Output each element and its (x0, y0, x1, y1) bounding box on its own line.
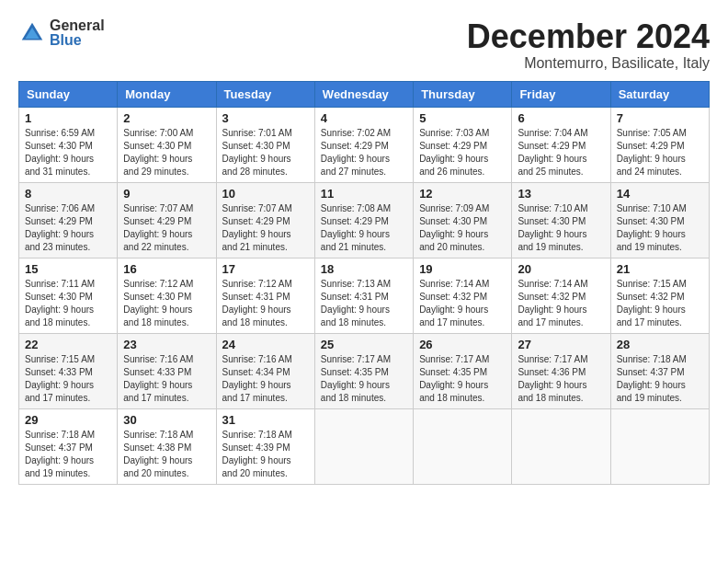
day-cell-22: 22 Sunrise: 7:15 AMSunset: 4:33 PMDaylig… (19, 333, 118, 408)
day-cell-14: 14 Sunrise: 7:10 AMSunset: 4:30 PMDaylig… (610, 182, 709, 258)
day-number: 10 (222, 187, 309, 201)
day-cell-4: 4 Sunrise: 7:02 AMSunset: 4:29 PMDayligh… (314, 107, 413, 182)
day-cell-1: 1 Sunrise: 6:59 AMSunset: 4:30 PMDayligh… (19, 107, 118, 182)
day-info: Sunrise: 7:03 AMSunset: 4:29 PMDaylight:… (419, 128, 489, 177)
week-row-5: 29 Sunrise: 7:18 AMSunset: 4:37 PMDaylig… (19, 408, 710, 484)
day-number: 25 (321, 338, 407, 351)
day-info: Sunrise: 7:18 AMSunset: 4:38 PMDaylight:… (123, 430, 193, 478)
day-number: 4 (321, 111, 407, 125)
day-info: Sunrise: 7:05 AMSunset: 4:29 PMDaylight:… (617, 128, 687, 177)
day-number: 9 (123, 187, 210, 201)
day-info: Sunrise: 7:16 AMSunset: 4:34 PMDaylight:… (222, 354, 292, 403)
day-number: 16 (123, 262, 210, 276)
page-header: General Blue December 2024 Montemurro, B… (18, 18, 710, 72)
day-number: 21 (617, 262, 703, 276)
day-info: Sunrise: 7:10 AMSunset: 4:30 PMDaylight:… (617, 203, 687, 252)
day-cell-3: 3 Sunrise: 7:01 AMSunset: 4:30 PMDayligh… (216, 107, 314, 182)
day-info: Sunrise: 7:18 AMSunset: 4:39 PMDaylight:… (222, 430, 292, 478)
header-wednesday: Wednesday (314, 81, 413, 107)
day-cell-30: 30 Sunrise: 7:18 AMSunset: 4:38 PMDaylig… (118, 408, 216, 484)
day-cell-29: 29 Sunrise: 7:18 AMSunset: 4:37 PMDaylig… (19, 408, 118, 484)
day-number: 28 (617, 338, 703, 351)
day-cell-18: 18 Sunrise: 7:13 AMSunset: 4:31 PMDaylig… (314, 258, 413, 333)
day-cell-15: 15 Sunrise: 7:11 AMSunset: 4:30 PMDaylig… (19, 258, 118, 333)
day-number: 6 (518, 111, 604, 125)
day-cell-6: 6 Sunrise: 7:04 AMSunset: 4:29 PMDayligh… (512, 107, 610, 182)
day-cell-12: 12 Sunrise: 7:09 AMSunset: 4:30 PMDaylig… (414, 182, 512, 258)
logo-icon (18, 19, 46, 47)
day-info: Sunrise: 7:12 AMSunset: 4:31 PMDaylight:… (222, 279, 292, 327)
day-cell-5: 5 Sunrise: 7:03 AMSunset: 4:29 PMDayligh… (414, 107, 512, 182)
day-number: 8 (25, 187, 111, 201)
day-number: 17 (222, 262, 309, 276)
day-info: Sunrise: 7:02 AMSunset: 4:29 PMDaylight:… (321, 128, 391, 177)
day-cell-9: 9 Sunrise: 7:07 AMSunset: 4:29 PMDayligh… (118, 182, 216, 258)
day-number: 30 (123, 413, 210, 427)
day-info: Sunrise: 7:07 AMSunset: 4:29 PMDaylight:… (222, 203, 292, 252)
day-info: Sunrise: 7:18 AMSunset: 4:37 PMDaylight:… (617, 354, 687, 403)
day-cell-21: 21 Sunrise: 7:15 AMSunset: 4:32 PMDaylig… (610, 258, 709, 333)
day-cell-31: 31 Sunrise: 7:18 AMSunset: 4:39 PMDaylig… (216, 408, 314, 484)
day-number: 5 (419, 111, 506, 125)
header-tuesday: Tuesday (216, 81, 314, 107)
header-sunday: Sunday (19, 81, 118, 107)
logo-text: General Blue (50, 18, 105, 48)
day-number: 1 (25, 111, 111, 125)
day-info: Sunrise: 7:15 AMSunset: 4:33 PMDaylight:… (25, 354, 95, 403)
logo: General Blue (18, 18, 105, 48)
location-subtitle: Montemurro, Basilicate, Italy (467, 55, 710, 72)
week-row-4: 22 Sunrise: 7:15 AMSunset: 4:33 PMDaylig… (19, 333, 710, 408)
header-thursday: Thursday (414, 81, 512, 107)
day-cell-11: 11 Sunrise: 7:08 AMSunset: 4:29 PMDaylig… (314, 182, 413, 258)
day-info: Sunrise: 7:16 AMSunset: 4:33 PMDaylight:… (123, 354, 193, 403)
day-info: Sunrise: 7:15 AMSunset: 4:32 PMDaylight:… (617, 279, 687, 327)
day-number: 7 (617, 111, 703, 125)
empty-cell (414, 408, 512, 484)
day-cell-24: 24 Sunrise: 7:16 AMSunset: 4:34 PMDaylig… (216, 333, 314, 408)
day-info: Sunrise: 7:01 AMSunset: 4:30 PMDaylight:… (222, 128, 292, 177)
day-info: Sunrise: 7:11 AMSunset: 4:30 PMDaylight:… (25, 279, 95, 327)
day-number: 29 (25, 413, 111, 427)
day-number: 20 (518, 262, 604, 276)
day-cell-23: 23 Sunrise: 7:16 AMSunset: 4:33 PMDaylig… (118, 333, 216, 408)
day-number: 27 (518, 338, 604, 351)
week-row-2: 8 Sunrise: 7:06 AMSunset: 4:29 PMDayligh… (19, 182, 710, 258)
day-info: Sunrise: 7:06 AMSunset: 4:29 PMDaylight:… (25, 203, 95, 252)
month-title: December 2024 (467, 18, 710, 55)
day-number: 19 (419, 262, 506, 276)
day-cell-2: 2 Sunrise: 7:00 AMSunset: 4:30 PMDayligh… (118, 107, 216, 182)
empty-cell (610, 408, 709, 484)
empty-cell (512, 408, 610, 484)
day-number: 31 (222, 413, 309, 427)
day-number: 18 (321, 262, 407, 276)
day-number: 2 (123, 111, 210, 125)
logo-blue: Blue (50, 33, 105, 48)
day-number: 15 (25, 262, 111, 276)
day-cell-20: 20 Sunrise: 7:14 AMSunset: 4:32 PMDaylig… (512, 258, 610, 333)
day-number: 14 (617, 187, 703, 201)
title-block: December 2024 Montemurro, Basilicate, It… (467, 18, 710, 72)
day-cell-19: 19 Sunrise: 7:14 AMSunset: 4:32 PMDaylig… (414, 258, 512, 333)
day-number: 22 (25, 338, 111, 351)
day-number: 3 (222, 111, 309, 125)
header-monday: Monday (118, 81, 216, 107)
header-saturday: Saturday (610, 81, 709, 107)
day-cell-13: 13 Sunrise: 7:10 AMSunset: 4:30 PMDaylig… (512, 182, 610, 258)
day-info: Sunrise: 7:07 AMSunset: 4:29 PMDaylight:… (123, 203, 193, 252)
day-cell-26: 26 Sunrise: 7:17 AMSunset: 4:35 PMDaylig… (414, 333, 512, 408)
week-row-1: 1 Sunrise: 6:59 AMSunset: 4:30 PMDayligh… (19, 107, 710, 182)
day-info: Sunrise: 7:10 AMSunset: 4:30 PMDaylight:… (518, 203, 587, 252)
day-info: Sunrise: 7:08 AMSunset: 4:29 PMDaylight:… (321, 203, 391, 252)
day-info: Sunrise: 7:09 AMSunset: 4:30 PMDaylight:… (419, 203, 489, 252)
day-info: Sunrise: 7:14 AMSunset: 4:32 PMDaylight:… (518, 279, 587, 327)
day-number: 11 (321, 187, 407, 201)
day-cell-27: 27 Sunrise: 7:17 AMSunset: 4:36 PMDaylig… (512, 333, 610, 408)
day-number: 26 (419, 338, 506, 351)
logo-general: General (50, 18, 105, 33)
day-info: Sunrise: 7:17 AMSunset: 4:35 PMDaylight:… (419, 354, 489, 403)
day-number: 12 (419, 187, 506, 201)
weekday-header-row: Sunday Monday Tuesday Wednesday Thursday… (19, 81, 710, 107)
empty-cell (314, 408, 413, 484)
day-number: 24 (222, 338, 309, 351)
day-cell-25: 25 Sunrise: 7:17 AMSunset: 4:35 PMDaylig… (314, 333, 413, 408)
